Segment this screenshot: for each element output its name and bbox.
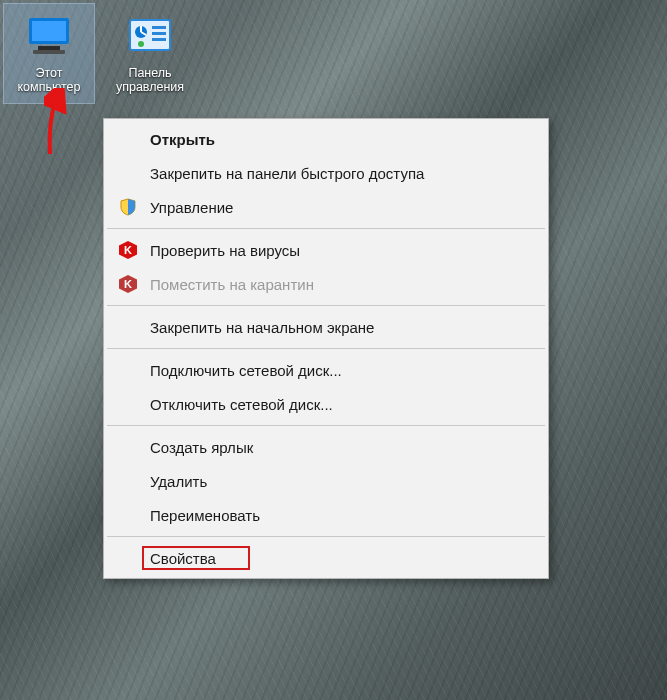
blank-icon (116, 503, 140, 527)
svg-point-9 (138, 41, 144, 47)
blank-icon (116, 546, 140, 570)
svg-rect-8 (152, 38, 166, 41)
menu-item-label: Открыть (150, 131, 532, 148)
blank-icon (116, 315, 140, 339)
menu-separator (107, 536, 545, 537)
svg-rect-1 (32, 21, 66, 41)
blank-icon (116, 435, 140, 459)
svg-rect-6 (152, 26, 166, 29)
menu-item-label: Подключить сетевой диск... (150, 362, 532, 379)
desktop-icon-control-panel[interactable]: Панель управления (105, 4, 195, 103)
context-menu: Открыть Закрепить на панели быстрого дос… (103, 118, 549, 579)
kaspersky-icon (116, 238, 140, 262)
menu-item-delete[interactable]: Удалить (106, 464, 546, 498)
desktop-icon-label: Панель управления (105, 66, 195, 95)
menu-item-pin-quick-access[interactable]: Закрепить на панели быстрого доступа (106, 156, 546, 190)
computer-icon (25, 12, 73, 60)
menu-item-label: Закрепить на панели быстрого доступа (150, 165, 532, 182)
menu-item-map-network-drive[interactable]: Подключить сетевой диск... (106, 353, 546, 387)
menu-item-properties[interactable]: Свойства (106, 541, 546, 575)
blank-icon (116, 127, 140, 151)
menu-item-label: Создать ярлык (150, 439, 532, 456)
blank-icon (116, 161, 140, 185)
menu-item-create-shortcut[interactable]: Создать ярлык (106, 430, 546, 464)
svg-rect-7 (152, 32, 166, 35)
menu-item-disconnect-network-drive[interactable]: Отключить сетевой диск... (106, 387, 546, 421)
menu-item-label: Свойства (150, 550, 532, 567)
menu-item-label: Поместить на карантин (150, 276, 532, 293)
blank-icon (116, 392, 140, 416)
menu-item-open[interactable]: Открыть (106, 122, 546, 156)
menu-item-manage[interactable]: Управление (106, 190, 546, 224)
menu-item-label: Переименовать (150, 507, 532, 524)
menu-item-label: Управление (150, 199, 532, 216)
desktop-icons-area: Этот компьютер Панель управления (0, 0, 199, 103)
menu-separator (107, 425, 545, 426)
svg-rect-2 (38, 46, 60, 50)
menu-item-label: Закрепить на начальном экране (150, 319, 532, 336)
blank-icon (116, 358, 140, 382)
desktop-icon-this-pc[interactable]: Этот компьютер (4, 4, 94, 103)
kaspersky-icon (116, 272, 140, 296)
menu-separator (107, 228, 545, 229)
menu-item-quarantine: Поместить на карантин (106, 267, 546, 301)
menu-item-rename[interactable]: Переименовать (106, 498, 546, 532)
menu-item-pin-start[interactable]: Закрепить на начальном экране (106, 310, 546, 344)
menu-item-label: Отключить сетевой диск... (150, 396, 532, 413)
shield-icon (116, 195, 140, 219)
menu-item-scan-virus[interactable]: Проверить на вирусы (106, 233, 546, 267)
menu-separator (107, 348, 545, 349)
menu-separator (107, 305, 545, 306)
control-panel-icon (126, 12, 174, 60)
menu-item-label: Проверить на вирусы (150, 242, 532, 259)
svg-rect-3 (33, 50, 65, 54)
blank-icon (116, 469, 140, 493)
menu-item-label: Удалить (150, 473, 532, 490)
desktop-icon-label: Этот компьютер (4, 66, 94, 95)
